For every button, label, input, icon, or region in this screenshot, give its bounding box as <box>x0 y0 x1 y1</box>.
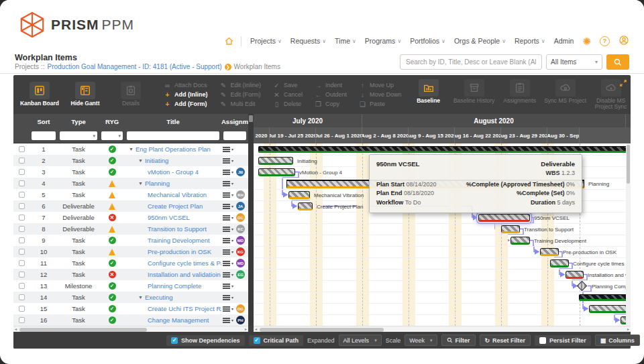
checkbox-unchecked-icon[interactable] <box>539 337 546 344</box>
row-menu-icon[interactable] <box>223 215 230 221</box>
assignee-avatar[interactable]: KC <box>236 225 245 233</box>
gantt-bar[interactable] <box>511 237 530 245</box>
row-title-link[interactable]: 950nm VCSEL <box>148 214 190 221</box>
gantt-week-column[interactable]: 2020 <box>254 127 270 143</box>
table-row[interactable]: 6DeliverableCreate Project Plan▾JA <box>13 200 248 212</box>
collapse-caret-icon[interactable]: ▼ <box>138 295 143 300</box>
gantt-bar[interactable] <box>566 271 584 279</box>
row-title-link[interactable]: Initiating <box>145 157 168 164</box>
gantt-bar[interactable] <box>579 294 626 301</box>
assignee-avatar[interactable]: KG <box>236 247 245 256</box>
row-checkbox[interactable] <box>19 203 25 209</box>
row-title-link[interactable]: Create Uchi ITS Project RAID I... <box>148 305 221 312</box>
gantt-bar[interactable] <box>589 305 626 313</box>
gear-icon[interactable]: ✺ <box>582 36 591 46</box>
row-title-link[interactable]: Create Project Plan <box>148 202 203 210</box>
gantt-week-column[interactable]: Aug 30 - Sep <box>547 127 580 143</box>
nav-item-requests[interactable]: Requests∨ <box>290 37 326 45</box>
gantt-week-column[interactable]: Aug 2 - Aug 8 2020 <box>362 127 409 143</box>
gantt-bar[interactable] <box>478 214 530 222</box>
nav-item-orgs-people[interactable]: Orgs & People∨ <box>454 37 506 45</box>
filter-ryg-select[interactable]: ▾ <box>101 131 123 140</box>
collapse-caret-icon[interactable]: ▼ <box>138 158 143 163</box>
row-menu-icon[interactable] <box>223 272 230 278</box>
collapse-caret-icon[interactable]: ▼ <box>138 181 143 186</box>
assignee-avatar[interactable]: EG <box>236 270 245 279</box>
gantt-horizontal-scrollbar[interactable]: ◂▸ <box>254 326 631 332</box>
row-menu-icon[interactable] <box>223 158 230 164</box>
row-title-link[interactable]: Eng Plant Operations Plan <box>136 145 211 153</box>
gantt-week-column[interactable]: Aug 9 - Aug 15 2020 <box>409 127 455 143</box>
table-row[interactable]: 8DeliverableTransition to Support▾KC <box>13 223 248 235</box>
row-title-link[interactable]: Transition to Support <box>148 225 207 233</box>
row-checkbox[interactable] <box>19 158 25 164</box>
header-type[interactable]: Type <box>58 118 99 125</box>
row-menu-icon[interactable] <box>223 192 230 198</box>
header-assignments[interactable]: Assignments <box>221 118 248 125</box>
row-menu-icon[interactable] <box>223 284 230 289</box>
gantt-bar[interactable] <box>298 202 313 210</box>
grid-horizontal-scrollbar[interactable]: ◂▸ <box>13 326 248 332</box>
row-menu-icon[interactable] <box>223 249 230 255</box>
row-checkbox[interactable] <box>19 249 25 255</box>
gantt-bar[interactable] <box>258 146 626 153</box>
row-checkbox[interactable] <box>19 260 25 266</box>
row-title-link[interactable]: Training Development <box>148 237 210 244</box>
table-row[interactable]: 7Deliverable✕950nm VCSEL▾OC <box>13 212 248 223</box>
gantt-bar[interactable] <box>501 225 520 233</box>
expand-panel-icon[interactable] <box>619 78 627 90</box>
gantt-bar[interactable] <box>288 191 310 199</box>
table-row[interactable]: 12Task✕Installation and validatioin▾EG <box>13 269 248 280</box>
baseline-button[interactable]: Baseline <box>407 79 450 111</box>
user-icon[interactable] <box>619 35 629 47</box>
table-row[interactable]: 15Task✓Create Uchi ITS Project RAID I...… <box>13 303 248 314</box>
table-row[interactable]: 11Task✓Configure cycle times & Pay p...▾… <box>13 257 248 269</box>
row-menu-icon[interactable] <box>223 181 230 186</box>
scale-select[interactable]: Week▾ <box>405 335 437 346</box>
row-title-link[interactable]: Configure cycle times & Pay p... <box>148 259 221 267</box>
row-checkbox[interactable] <box>19 215 25 221</box>
table-row[interactable]: 13Milestone✓Planning Complete▾ <box>13 280 248 292</box>
row-menu-icon[interactable] <box>223 306 230 312</box>
row-title-link[interactable]: Change Management <box>148 316 209 324</box>
row-menu-icon[interactable] <box>223 261 230 266</box>
table-row[interactable]: 5TaskMechanical Vibration▾KH <box>13 189 248 200</box>
nav-item-programs[interactable]: Programs∨ <box>365 37 401 45</box>
gantt-bar[interactable] <box>258 168 295 176</box>
nav-admin[interactable]: Admin <box>554 37 574 45</box>
collapse-caret-icon[interactable]: ▼ <box>129 147 133 151</box>
table-row[interactable]: 10TaskPre-production in OSK▾KG <box>13 246 248 257</box>
nav-item-projects[interactable]: Projects∨ <box>250 37 282 45</box>
header-title[interactable]: Title <box>125 118 221 125</box>
levels-select[interactable]: All Levels▾ <box>339 335 382 346</box>
table-row[interactable]: 3Task✓vMotion - Group 4▾JB <box>13 166 248 178</box>
assignee-avatar[interactable]: JA <box>236 202 245 210</box>
show-dependencies-toggle[interactable]: ✓Show Dependencies <box>166 335 245 346</box>
row-title-link[interactable]: Executing <box>145 294 173 301</box>
gantt-milestone[interactable] <box>577 281 588 292</box>
assignee-avatar[interactable]: MD <box>236 236 245 245</box>
table-row[interactable]: 14Task✓▼Executing▾ <box>13 292 248 303</box>
filter-type-select[interactable]: ▾ <box>60 131 97 140</box>
filter-button[interactable]: Filter <box>441 335 476 346</box>
table-row[interactable]: 2Task✓▼Initiating▾ <box>13 155 248 166</box>
row-checkbox[interactable] <box>19 306 25 312</box>
row-checkbox[interactable] <box>19 192 25 198</box>
row-title-link[interactable]: Planning Complete <box>148 282 201 290</box>
checkbox-checked-icon[interactable]: ✓ <box>254 337 260 344</box>
row-menu-icon[interactable] <box>223 204 230 209</box>
row-checkbox[interactable] <box>19 146 25 152</box>
pane-splitter[interactable] <box>248 114 254 326</box>
filter-sort-input[interactable] <box>32 131 56 140</box>
assignee-avatar[interactable]: JB <box>236 168 245 176</box>
row-checkbox[interactable] <box>19 180 25 186</box>
reset-filter-button[interactable]: ↻Reset Filter <box>480 335 531 346</box>
header-sort[interactable]: Sort <box>30 118 58 125</box>
hide-gantt-button[interactable]: Hide Gantt <box>64 82 106 107</box>
row-menu-icon[interactable] <box>223 238 230 243</box>
row-title-link[interactable]: Installation and validatioin <box>148 271 221 278</box>
row-checkbox[interactable] <box>19 226 25 232</box>
splitter-grip[interactable] <box>249 115 253 122</box>
nav-item-portfolios[interactable]: Portfolios∨ <box>410 37 445 45</box>
table-row[interactable]: 1Task✓▼Eng Plant Operations Plan▾ <box>13 143 248 155</box>
